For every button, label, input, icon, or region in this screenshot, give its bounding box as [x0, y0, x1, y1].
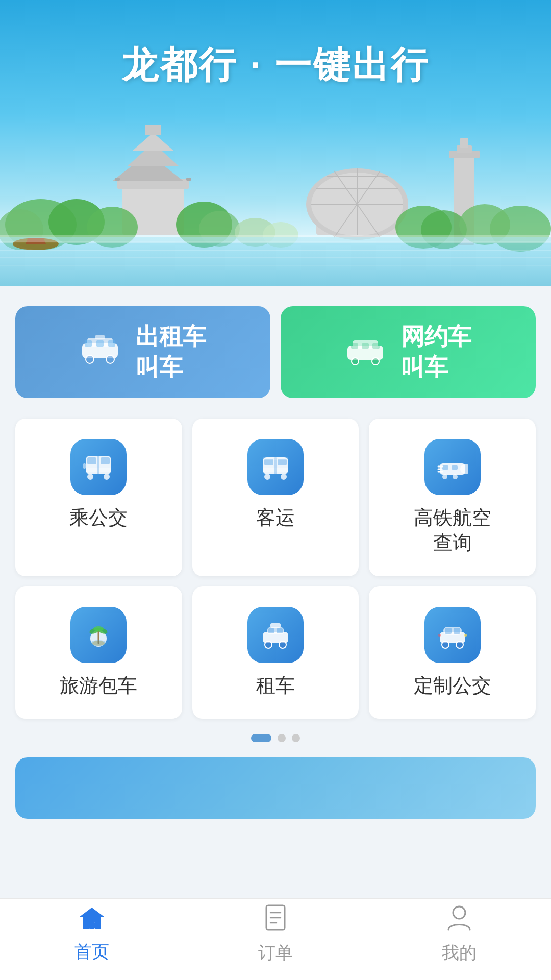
coach-icon: [247, 439, 304, 495]
rideshare-hail-button[interactable]: 网约车 叫车: [281, 306, 536, 398]
svg-rect-71: [263, 457, 288, 460]
svg-rect-9: [115, 178, 120, 181]
svg-point-68: [264, 474, 270, 480]
svg-point-87: [90, 640, 107, 646]
svg-rect-62: [83, 463, 86, 469]
profile-nav-label: 我的: [442, 941, 477, 965]
profile-icon: [446, 904, 472, 937]
svg-rect-91: [268, 628, 274, 633]
svg-rect-26: [460, 138, 468, 148]
svg-rect-88: [270, 623, 281, 628]
taxi-icon: [80, 329, 120, 376]
svg-rect-10: [186, 178, 191, 181]
orders-nav-label: 订单: [258, 941, 293, 965]
carousel-dot-2[interactable]: [278, 734, 286, 742]
rental-label: 租车: [256, 673, 295, 698]
svg-point-93: [265, 641, 272, 648]
bottom-nav: 首页 订单 我的: [0, 898, 551, 980]
svg-rect-97: [445, 628, 452, 634]
svg-rect-8: [145, 125, 161, 135]
bus-icon: [70, 439, 127, 495]
svg-point-100: [456, 641, 463, 648]
orders-icon: [263, 904, 288, 937]
train-icon: [424, 439, 481, 495]
custombus-label: 定制公交: [414, 673, 491, 698]
carousel-dots: [15, 734, 536, 742]
taxi-button-label: 出租车 叫车: [136, 322, 206, 383]
home-nav-label: 首页: [74, 940, 109, 964]
svg-marker-7: [133, 133, 173, 151]
svg-rect-75: [452, 465, 458, 470]
svg-point-76: [442, 474, 447, 479]
svg-rect-104: [89, 922, 95, 929]
svg-point-86: [93, 626, 104, 631]
svg-rect-52: [362, 343, 369, 349]
svg-point-69: [281, 474, 287, 480]
svg-point-55: [372, 358, 379, 365]
svg-rect-63: [97, 456, 99, 474]
svg-point-46: [86, 355, 94, 363]
svg-rect-51: [351, 343, 358, 349]
rail-label: 高铁航空 查询: [414, 505, 491, 556]
svg-point-47: [106, 355, 114, 363]
svg-point-61: [104, 474, 110, 480]
big-buttons-row: 出租车 叫车 网约车 叫车: [15, 306, 536, 398]
svg-rect-53: [372, 343, 380, 349]
rental-icon: [247, 607, 304, 663]
svg-rect-43: [85, 340, 92, 347]
home-icon: [79, 905, 105, 936]
coach-label: 客运: [256, 505, 295, 530]
svg-rect-57: [87, 457, 96, 464]
svg-point-99: [442, 641, 449, 648]
service-card-custombus[interactable]: 定制公交: [369, 586, 536, 719]
svg-rect-40: [0, 235, 551, 242]
taxi-hail-button[interactable]: 出租车 叫车: [15, 306, 270, 398]
svg-rect-45: [108, 340, 115, 347]
svg-rect-33: [0, 237, 551, 286]
svg-point-109: [453, 906, 465, 919]
service-card-bus[interactable]: 乘公交: [15, 419, 182, 576]
bus-label: 乘公交: [69, 505, 128, 530]
service-card-coach[interactable]: 客运: [192, 419, 359, 576]
svg-rect-101: [464, 634, 467, 637]
carousel-dot-1[interactable]: [251, 734, 271, 742]
svg-point-60: [87, 474, 93, 480]
svg-rect-58: [101, 457, 110, 464]
service-card-rail[interactable]: 高铁航空 查询: [369, 419, 536, 576]
nav-item-home[interactable]: 首页: [44, 900, 140, 969]
custombus-icon: [424, 607, 481, 663]
rideshare-button-label: 网约车 叫车: [401, 322, 471, 383]
svg-rect-98: [454, 628, 460, 634]
hero-banner: 龙都行 · 一键出行: [0, 0, 551, 286]
promo-banner[interactable]: [15, 757, 536, 819]
svg-rect-74: [442, 465, 448, 470]
svg-rect-44: [96, 340, 104, 347]
svg-rect-102: [438, 634, 441, 637]
service-card-tour[interactable]: 旅游包车: [15, 586, 182, 719]
svg-point-94: [279, 641, 286, 648]
tour-icon: [70, 607, 127, 663]
hero-title: 龙都行 · 一键出行: [0, 0, 551, 90]
svg-point-77: [453, 474, 458, 479]
svg-rect-92: [277, 628, 283, 633]
service-card-rental[interactable]: 租车: [192, 586, 359, 719]
nav-item-profile[interactable]: 我的: [411, 899, 507, 970]
svg-rect-48: [95, 335, 105, 339]
rideshare-car-icon: [345, 329, 386, 376]
tour-label: 旅游包车: [60, 673, 137, 698]
services-grid: 乘公交 客运: [15, 419, 536, 719]
svg-point-54: [352, 358, 359, 365]
nav-item-orders[interactable]: 订单: [228, 899, 323, 970]
carousel-dot-3[interactable]: [292, 734, 300, 742]
main-content: 出租车 叫车 网约车 叫车: [0, 286, 551, 980]
